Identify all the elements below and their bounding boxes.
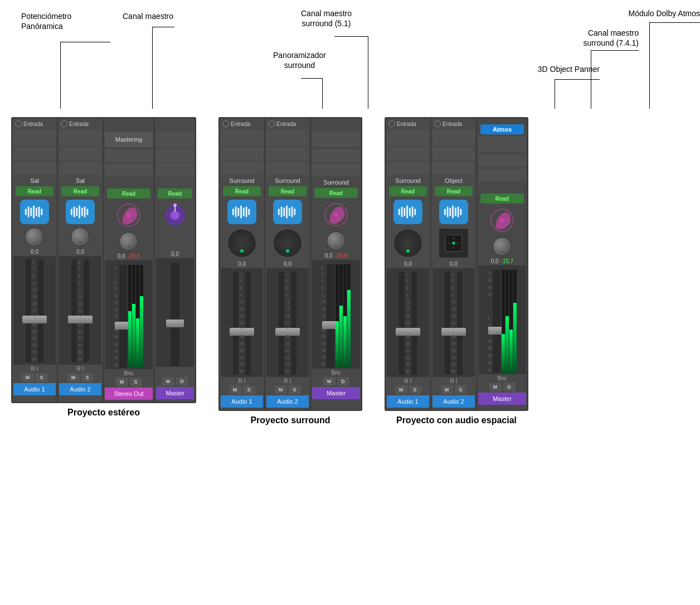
surround-audio2-panner[interactable] (273, 229, 302, 258)
stereo-audio2-knob[interactable] (71, 228, 90, 246)
stereo-audio2-fader-l[interactable] (71, 259, 77, 362)
stereo-master-d-btn[interactable]: D (176, 377, 188, 386)
spatial-audio1-panner[interactable] (393, 229, 422, 258)
stereo-master-panner-icon[interactable] (161, 202, 189, 229)
surround-audio1-fader-l[interactable] (233, 272, 239, 375)
spatial-audio2-dual-fader: 03691215182124303540455060 (445, 270, 463, 376)
surround-master-panner-icon[interactable] (322, 201, 351, 228)
surround-audio2-fader-r[interactable] (291, 272, 296, 375)
spatial-master-panner-icon[interactable] (488, 207, 517, 234)
surround-master-d-btn[interactable]: D (337, 377, 349, 386)
stereo-audio2-read-btn[interactable]: Read (61, 186, 99, 196)
spatial-audio2-read-btn[interactable]: Read (435, 186, 473, 196)
spatial-master-label-text: Master (493, 395, 512, 402)
surround-audio2-fader-l[interactable] (279, 272, 284, 375)
surround-audio1-fader-r[interactable] (245, 272, 251, 375)
surround-audio1-input-row: Entrada (221, 120, 263, 127)
stereo-out-panner-icon[interactable] (114, 202, 143, 229)
spatial-audio2-fader-handle-r[interactable] (454, 328, 466, 336)
svg-rect-48 (458, 207, 459, 217)
spatial-audio1-read-btn[interactable]: Read (389, 186, 427, 196)
surround-audio2-plugin-btn[interactable] (273, 200, 302, 224)
spatial-master-mute-btn[interactable]: M (489, 383, 502, 391)
surround-audio1-fader-handle-r[interactable] (242, 328, 254, 336)
stereo-out-read-btn[interactable]: Read (107, 188, 150, 199)
surround-audio1-solo-btn[interactable]: S (243, 385, 255, 394)
stereo-audio2-fader-r[interactable] (84, 259, 89, 362)
atmos-button[interactable]: Atmos (480, 124, 523, 134)
canal-maestro-surround-741-annotation: Canal maestrosurround (7.4.1) (583, 28, 639, 48)
stereo-out-fader-track[interactable] (119, 265, 127, 368)
surround-audio1-read-btn[interactable]: Read (223, 186, 261, 196)
stereo-master-fader-handle[interactable] (166, 320, 184, 327)
spatial-audio1-fader-handle-l[interactable] (396, 328, 408, 336)
spatial-audio1-fader-l[interactable] (399, 272, 405, 375)
spatial-audio2-fader-l[interactable] (445, 272, 450, 375)
stereo-audio1-pan-val: 0,0 (31, 249, 38, 255)
stereo-audio1-read-btn[interactable]: Read (16, 186, 54, 196)
surround-audio1-fader-handle-l[interactable] (230, 328, 242, 336)
stereo-audio1-solo-btn[interactable]: S (36, 373, 48, 382)
spatial-master-fader-track[interactable] (493, 270, 500, 373)
surround-master-read-btn[interactable]: Read (314, 188, 357, 198)
spatial-audio1-plugin-btn[interactable] (393, 200, 422, 224)
spatial-audio2-fader-handle-l[interactable] (441, 328, 454, 336)
stereo-out-solo-btn[interactable]: S (130, 377, 142, 386)
stereo-audio1-fader-l[interactable] (26, 259, 31, 362)
spatial-audio1-type-label: Surround (395, 177, 420, 184)
stereo-out-knob[interactable] (119, 232, 138, 251)
svg-rect-24 (243, 207, 245, 216)
surround-audio2-solo-btn[interactable]: S (289, 385, 301, 394)
svg-rect-1 (28, 207, 30, 217)
spatial-audio2-mute-btn[interactable]: M (441, 385, 453, 394)
atmos-label: Atmos (493, 126, 512, 133)
stereo-master-read-btn[interactable]: Read (158, 188, 192, 199)
stereo-master-mute-btn[interactable]: M (162, 377, 174, 386)
stereo-audio1-knob[interactable] (25, 228, 44, 246)
surround-master-knob[interactable] (327, 231, 346, 250)
spatial-master-d-btn[interactable]: D (503, 383, 516, 391)
spatial-audio2-solo-btn[interactable]: S (455, 385, 467, 394)
surround-audio2-read-btn[interactable]: Read (269, 186, 307, 196)
stereo-audio2-fader-handle-l[interactable] (68, 316, 80, 323)
stereo-audio1-fader-handle-r[interactable] (35, 316, 47, 323)
surround-master-mute-btn[interactable]: M (323, 377, 336, 386)
stereo-audio1-fader-r[interactable] (38, 259, 43, 362)
stereo-audio1-ri-label: R I (31, 366, 38, 372)
stereo-audio1-plugin-btn[interactable] (20, 200, 49, 224)
surround-audio1-plugin-btn[interactable] (227, 200, 256, 224)
stereo-audio1-pan-row: 0,0 (31, 249, 38, 255)
surround-audio2-mute-btn[interactable]: M (275, 385, 287, 394)
spatial-audio1-fader-r[interactable] (411, 272, 417, 375)
stereo-audio1-mute-btn[interactable]: M (22, 373, 34, 382)
stereo-audio2-input-label: Entrada (69, 121, 100, 127)
spatial-audio2-3d-panner[interactable] (439, 229, 468, 258)
surround-audio2-fader-handle-r[interactable] (288, 328, 300, 336)
surround-master-fader-track[interactable] (327, 264, 334, 367)
spatial-master-empty2 (478, 154, 526, 167)
surround-audio1-panner[interactable] (227, 229, 256, 258)
spatial-master-knob[interactable] (493, 237, 512, 256)
spatial-master-read-btn[interactable]: Read (480, 193, 523, 204)
spatial-audio2-fader-r[interactable] (457, 272, 463, 375)
spatial-audio1-fader-handle-r[interactable] (408, 328, 420, 336)
stereo-out-mute-btn[interactable]: M (116, 377, 128, 386)
spatial-audio2-label-bar: Audio 2 (432, 395, 475, 408)
stereo-audio2-mute-btn[interactable]: M (67, 373, 80, 382)
stereo-audio2-dual-fader: 03691215182124303540455060 (71, 258, 89, 364)
stereo-audio1-fader-handle-l[interactable] (22, 316, 35, 323)
spatial-audio1-solo-btn[interactable]: S (409, 385, 421, 394)
stereo-audio2-fader-handle-r[interactable] (80, 316, 93, 323)
stereo-audio2-pan-val: 0,0 (76, 249, 84, 255)
stereo-audio2-plugin-btn[interactable] (66, 200, 95, 224)
stereo-audio2-solo-btn[interactable]: S (81, 373, 94, 382)
stereo-master-fader-track[interactable] (171, 263, 179, 366)
spatial-audio2-input-label: Entrada (443, 121, 473, 127)
surround-audio2-fader-handle-l[interactable] (275, 328, 288, 336)
spatial-audio2-plugin-btn[interactable] (439, 200, 468, 224)
svg-rect-0 (25, 209, 27, 215)
surround-master-knob-container (327, 231, 346, 250)
spatial-audio1-mute-btn[interactable]: M (395, 385, 407, 394)
stereo-audio1-channel: Entrada Sal Read (12, 118, 57, 402)
surround-audio1-mute-btn[interactable]: M (229, 385, 241, 394)
